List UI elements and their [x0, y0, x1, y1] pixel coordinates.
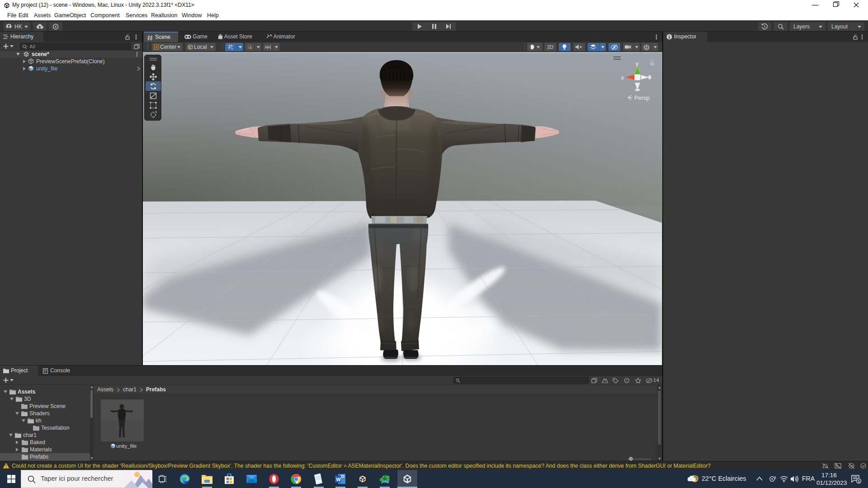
svg-text:y: y [636, 60, 639, 67]
svg-text:Y: Y [231, 47, 233, 51]
svg-text:x: x [621, 75, 624, 81]
svg-text:Persp: Persp [634, 94, 650, 101]
svg-text:5: 5 [858, 479, 860, 483]
svg-text:W: W [336, 477, 341, 482]
